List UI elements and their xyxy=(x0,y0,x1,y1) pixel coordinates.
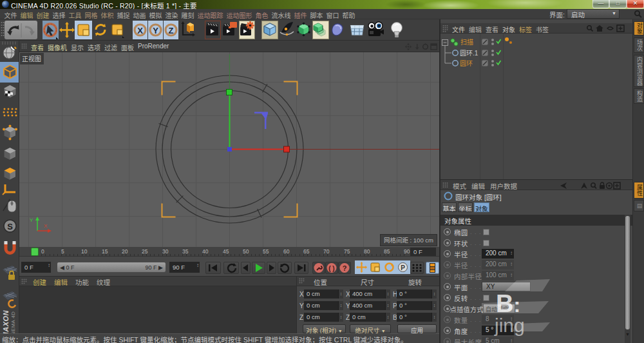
svg-text:Z: Z xyxy=(169,26,174,35)
svg-text:圆环.1: 圆环.1 xyxy=(460,50,478,57)
svg-text:?: ? xyxy=(343,264,347,272)
svg-text:X: X xyxy=(137,26,143,35)
svg-text:圆环: 圆环 xyxy=(460,60,473,67)
svg-text:P: P xyxy=(401,264,405,271)
svg-text:S: S xyxy=(7,222,13,231)
svg-text:( ): ( ) xyxy=(328,265,334,272)
svg-text:扫描: 扫描 xyxy=(460,38,473,46)
svg-text:Y: Y xyxy=(153,26,158,35)
svg-text:X: X xyxy=(44,223,48,229)
svg-text:Y: Y xyxy=(30,217,33,223)
